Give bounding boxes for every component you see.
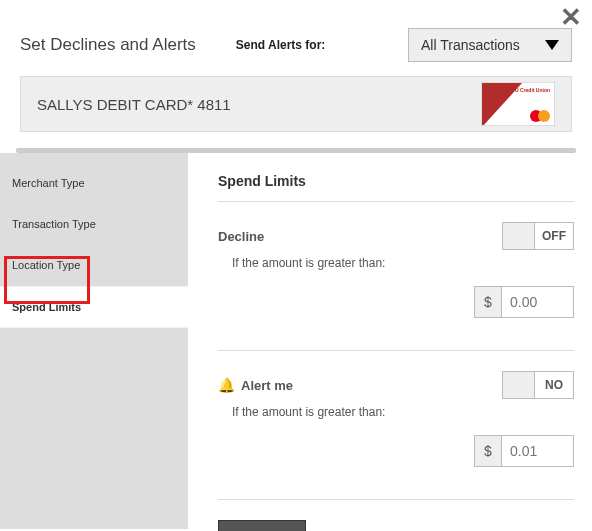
decline-section: Decline OFF If the amount is greater tha…	[218, 222, 574, 318]
alert-sublabel: If the amount is greater than:	[232, 405, 574, 419]
header-bar: Set Declines and Alerts Send Alerts for:…	[0, 0, 592, 76]
card-name: SALLYS DEBIT CARD* 4811	[37, 96, 231, 113]
mastercard-icon	[530, 110, 550, 122]
toggle-state: NO	[535, 378, 573, 392]
save-button[interactable]: Save	[218, 520, 306, 531]
card-brand-text: U Credit Union	[515, 87, 550, 93]
alert-section: 🔔 Alert me NO If the amount is greater t…	[218, 371, 574, 467]
card-thumbnail: U Credit Union	[481, 82, 555, 126]
alert-label-text: Alert me	[241, 378, 293, 393]
main-panel: Spend Limits Decline OFF If the amount i…	[188, 153, 592, 529]
currency-symbol: $	[474, 435, 502, 467]
send-alerts-label: Send Alerts for:	[236, 38, 398, 52]
decline-amount-input[interactable]	[502, 286, 574, 318]
alert-toggle[interactable]: NO	[502, 371, 574, 399]
card-banner: SALLYS DEBIT CARD* 4811 U Credit Union	[20, 76, 572, 132]
divider	[218, 499, 574, 500]
sidebar: Merchant Type Transaction Type Location …	[0, 153, 188, 529]
dropdown-value: All Transactions	[421, 37, 520, 53]
toggle-state: OFF	[535, 229, 573, 243]
alert-label: 🔔 Alert me	[218, 377, 293, 393]
sidebar-item-transaction-type[interactable]: Transaction Type	[0, 204, 188, 245]
bell-icon: 🔔	[218, 377, 235, 393]
chevron-down-icon	[545, 40, 559, 50]
decline-sublabel: If the amount is greater than:	[232, 256, 574, 270]
divider	[218, 201, 574, 202]
alerts-scope-dropdown[interactable]: All Transactions	[408, 28, 572, 62]
sidebar-item-location-type[interactable]: Location Type	[0, 245, 188, 286]
currency-symbol: $	[474, 286, 502, 318]
toggle-knob	[503, 223, 535, 249]
sidebar-item-merchant-type[interactable]: Merchant Type	[0, 163, 188, 204]
panel-title: Spend Limits	[218, 173, 574, 189]
toggle-knob	[503, 372, 535, 398]
close-icon[interactable]: ✕	[560, 4, 582, 30]
decline-toggle[interactable]: OFF	[502, 222, 574, 250]
divider	[218, 350, 574, 351]
page-title: Set Declines and Alerts	[20, 35, 196, 55]
sidebar-item-spend-limits[interactable]: Spend Limits	[0, 286, 188, 328]
alert-amount-input[interactable]	[502, 435, 574, 467]
decline-label: Decline	[218, 229, 264, 244]
